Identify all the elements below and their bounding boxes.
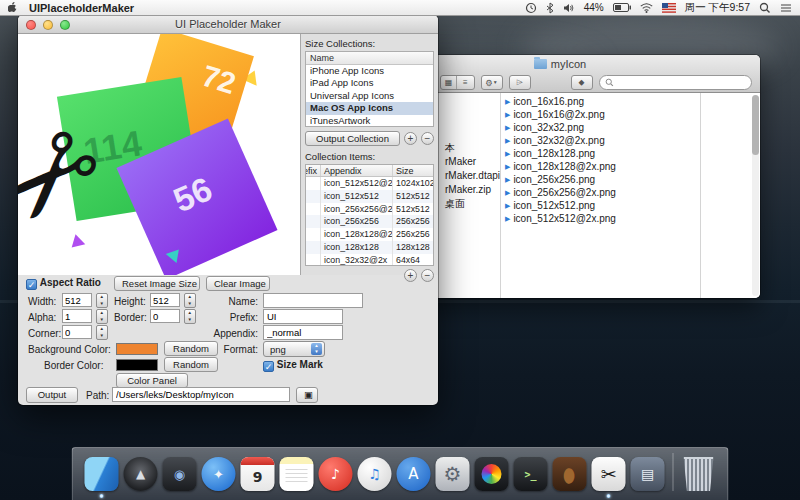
- view-mode-segmented-control[interactable]: ▦ ≡: [440, 75, 475, 90]
- notification-center-icon[interactable]: [780, 3, 792, 13]
- search-field[interactable]: [599, 75, 753, 90]
- share-button[interactable]: ⌲: [509, 75, 531, 90]
- height-field[interactable]: [150, 293, 180, 307]
- dock-icon-app-store[interactable]: A: [397, 457, 431, 491]
- border-stepper[interactable]: ▲▼: [184, 309, 196, 324]
- appendix-column-header[interactable]: Appendix: [321, 165, 393, 176]
- collection-item-row[interactable]: icon_512x512@2x1024x1024: [306, 177, 433, 190]
- clear-image-button[interactable]: Clear Image: [206, 276, 270, 291]
- finder-file-row[interactable]: ▶icon_512x512.png: [501, 199, 700, 212]
- dock-icon-calendar[interactable]: 9: [241, 457, 275, 491]
- minimize-button[interactable]: [43, 20, 53, 30]
- border-color-swatch[interactable]: [116, 359, 158, 371]
- width-stepper[interactable]: ▲▼: [96, 293, 108, 308]
- volume-icon[interactable]: [563, 2, 575, 14]
- dock-icon-photo-booth[interactable]: ◉: [163, 457, 197, 491]
- list-view-icon[interactable]: ≡: [457, 76, 473, 89]
- format-popup[interactable]: png ▲▼: [263, 341, 325, 357]
- finder-file-row[interactable]: ▶icon_32x32.png: [501, 121, 700, 134]
- scrollbar[interactable]: [752, 95, 759, 296]
- alpha-stepper[interactable]: ▲▼: [96, 309, 108, 324]
- active-app-name[interactable]: UIPlaceholderMaker: [29, 2, 134, 14]
- path-field[interactable]: [112, 387, 290, 402]
- icon-view-icon[interactable]: ▦: [441, 76, 457, 89]
- finder-file-row[interactable]: ▶icon_512x512@2x.png: [501, 212, 700, 225]
- size-collections-header[interactable]: Name: [306, 52, 433, 65]
- border-field[interactable]: [150, 309, 180, 323]
- background-color-swatch[interactable]: [116, 343, 158, 355]
- app-store-icon: A: [397, 457, 431, 491]
- collection-item-row[interactable]: icon_32x32@2x64x64: [306, 254, 433, 266]
- collection-item-row[interactable]: icon_512x512512x512: [306, 190, 433, 203]
- dock-icon-trash[interactable]: [682, 457, 716, 491]
- height-stepper[interactable]: ▲▼: [184, 293, 196, 308]
- spotlight-icon[interactable]: [759, 2, 771, 14]
- app-titlebar[interactable]: UI Placeholder Maker: [18, 15, 438, 34]
- aspect-ratio-checkbox[interactable]: ✓: [26, 279, 37, 290]
- size-column-header[interactable]: Size: [393, 165, 433, 176]
- dock-icon-coffee-app[interactable]: ●: [553, 457, 587, 491]
- color-panel-button[interactable]: Color Panel: [116, 373, 188, 388]
- size-collection-row[interactable]: Mac OS App Icons: [306, 102, 433, 114]
- image-preview-pane[interactable]: 72 114 56 ✂: [18, 34, 301, 275]
- output-button[interactable]: Output: [26, 387, 78, 403]
- scrollbar-thumb[interactable]: [752, 95, 759, 155]
- dock-icon-launchpad[interactable]: ▲: [124, 457, 158, 491]
- collection-item-row[interactable]: icon_256x256256x256: [306, 215, 433, 228]
- finder-file-row[interactable]: ▶icon_16x16@2x.png: [501, 108, 700, 121]
- battery-icon[interactable]: [613, 3, 631, 12]
- finder-file-row[interactable]: ▶icon_128x128.png: [501, 147, 700, 160]
- finder-file-row[interactable]: ▶icon_32x32@2x.png: [501, 134, 700, 147]
- alpha-field[interactable]: [62, 309, 92, 323]
- dock-icon-system-preferences[interactable]: ⚙: [436, 457, 470, 491]
- time-machine-icon[interactable]: [525, 2, 537, 14]
- size-collection-row[interactable]: iPad App Icons: [306, 77, 433, 89]
- finder-file-row[interactable]: ▶icon_16x16.png: [501, 95, 700, 108]
- appendix-field[interactable]: [263, 325, 343, 340]
- output-collection-button[interactable]: Output Collection: [305, 131, 400, 146]
- finder-file-row[interactable]: ▶icon_256x256.png: [501, 173, 700, 186]
- collection-item-row[interactable]: icon_128x128@2x256x256: [306, 228, 433, 241]
- dock-icon-itunes[interactable]: ♫: [358, 457, 392, 491]
- prefix-field[interactable]: [263, 309, 343, 324]
- menu-bar: UIPlaceholderMaker 44% 周一 下午9:57: [0, 0, 800, 16]
- dock-icon-safari[interactable]: ✦: [202, 457, 236, 491]
- add-collection-button[interactable]: +: [404, 132, 417, 145]
- choose-folder-button[interactable]: ▣: [296, 387, 318, 403]
- dock-icon-terminal[interactable]: >_: [514, 457, 548, 491]
- size-collection-row[interactable]: iPhone App Icons: [306, 65, 433, 77]
- apple-menu-icon[interactable]: [8, 1, 19, 14]
- name-field[interactable]: [263, 293, 363, 308]
- finder-file-row[interactable]: ▶icon_256x256@2x.png: [501, 186, 700, 199]
- width-field[interactable]: [62, 293, 92, 307]
- tags-button[interactable]: ⬥: [571, 75, 593, 90]
- dock-icon-ui-placeholder-maker[interactable]: ✂: [592, 457, 626, 491]
- wifi-icon[interactable]: [640, 3, 653, 13]
- dock-icon-gray-app[interactable]: ▤: [631, 457, 665, 491]
- size-collection-row[interactable]: Universal App Icons: [306, 90, 433, 102]
- size-mark-checkbox[interactable]: ✓: [263, 361, 274, 372]
- dock-icon-music-red[interactable]: ♪: [319, 457, 353, 491]
- remove-collection-button[interactable]: −: [421, 132, 434, 145]
- prefix-column-header[interactable]: Prefix: [306, 165, 321, 176]
- dock-icon-notes[interactable]: [280, 457, 314, 491]
- background-random-button[interactable]: Random: [164, 341, 218, 356]
- size-collection-row[interactable]: iTunesArtwork: [306, 115, 433, 127]
- bluetooth-icon[interactable]: [546, 2, 554, 14]
- corner-stepper[interactable]: ▲▼: [96, 325, 108, 340]
- dock-icon-color-app[interactable]: [475, 457, 509, 491]
- close-button[interactable]: [26, 20, 36, 30]
- collection-item-row[interactable]: icon_256x256@2x512x512: [306, 203, 433, 216]
- column-divider[interactable]: [700, 93, 701, 298]
- input-language-flag-icon[interactable]: [662, 3, 676, 13]
- reset-image-size-button[interactable]: Reset Image Size: [114, 276, 200, 291]
- finder-file-row[interactable]: ▶icon_128x128@2x.png: [501, 160, 700, 173]
- dock-icon-finder[interactable]: [85, 457, 119, 491]
- corner-field[interactable]: [62, 325, 92, 339]
- zoom-button[interactable]: [60, 20, 70, 30]
- share-icon: ⌲: [516, 77, 523, 87]
- collection-item-row[interactable]: icon_128x128128x128: [306, 241, 433, 254]
- arrange-button[interactable]: ⚙▼: [481, 75, 503, 90]
- border-random-button[interactable]: Random: [164, 357, 218, 372]
- menu-bar-clock[interactable]: 周一 下午9:57: [685, 1, 750, 15]
